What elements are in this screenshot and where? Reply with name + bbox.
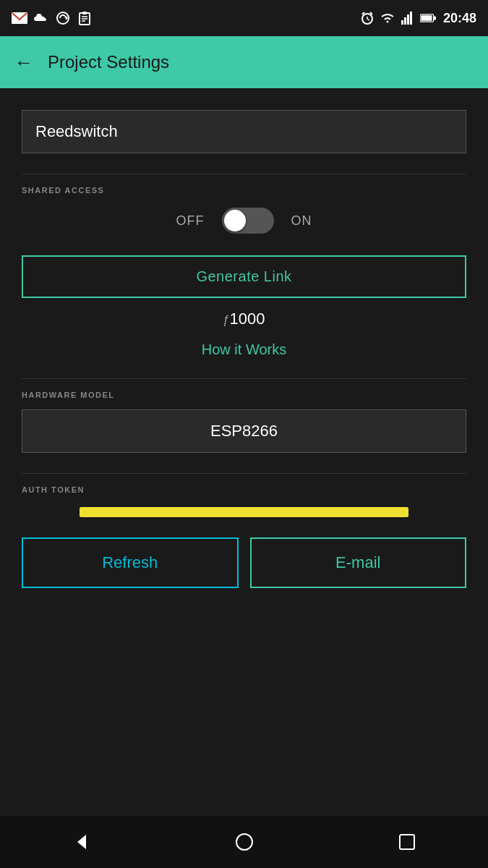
svg-rect-15 bbox=[407, 14, 409, 25]
svg-rect-16 bbox=[410, 12, 412, 25]
bottom-nav bbox=[0, 816, 488, 868]
status-icons-left bbox=[12, 10, 93, 26]
battery-icon bbox=[420, 10, 436, 26]
toggle-off-label: OFF bbox=[176, 213, 205, 229]
status-time: 20:48 bbox=[443, 11, 476, 26]
svg-rect-19 bbox=[421, 15, 432, 21]
page-title: Project Settings bbox=[48, 52, 169, 72]
hardware-model-input[interactable] bbox=[22, 409, 466, 453]
project-name-input[interactable] bbox=[22, 110, 466, 153]
nav-back-button[interactable] bbox=[69, 829, 95, 855]
auth-token-value bbox=[80, 507, 408, 517]
svg-rect-18 bbox=[434, 16, 436, 20]
svg-rect-14 bbox=[404, 17, 406, 25]
auth-token-label: AUTH TOKEN bbox=[22, 473, 466, 494]
alarm-icon bbox=[359, 10, 375, 26]
how-it-works-link[interactable]: How it Works bbox=[22, 341, 466, 358]
clipboard-icon bbox=[77, 10, 93, 26]
svg-point-21 bbox=[236, 834, 252, 850]
token-value: 1000 bbox=[229, 310, 265, 328]
svg-marker-20 bbox=[77, 835, 86, 849]
status-icons-right: 20:48 bbox=[359, 10, 476, 26]
toggle-knob bbox=[224, 210, 246, 231]
toggle-on-label: ON bbox=[291, 213, 312, 229]
toggle-row: OFF ON bbox=[22, 208, 466, 234]
status-bar: 20:48 bbox=[0, 0, 488, 36]
hardware-model-label: HARDWARE MODEL bbox=[22, 378, 466, 399]
token-count: ƒ1000 bbox=[22, 310, 466, 328]
generate-link-button[interactable]: Generate Link bbox=[22, 255, 466, 298]
shared-access-label: SHARED ACCESS bbox=[22, 174, 466, 195]
svg-rect-4 bbox=[82, 12, 87, 14]
refresh-button[interactable]: Refresh bbox=[22, 537, 239, 588]
svg-rect-13 bbox=[401, 20, 403, 25]
sync-icon bbox=[55, 10, 71, 26]
gmail-icon bbox=[12, 10, 27, 26]
shared-access-toggle[interactable] bbox=[222, 208, 274, 234]
action-buttons-row: Refresh E-mail bbox=[22, 537, 466, 588]
back-button[interactable]: ← bbox=[14, 51, 33, 74]
wifi-icon bbox=[380, 10, 395, 26]
app-bar: ← Project Settings bbox=[0, 36, 488, 88]
signal-icon bbox=[400, 10, 416, 26]
main-content: SHARED ACCESS OFF ON Generate Link ƒ1000… bbox=[0, 88, 488, 603]
cloud-icon bbox=[33, 10, 49, 26]
svg-marker-2 bbox=[66, 16, 68, 20]
email-button[interactable]: E-mail bbox=[250, 537, 467, 588]
svg-line-10 bbox=[367, 19, 369, 20]
nav-home-button[interactable] bbox=[231, 829, 257, 855]
svg-rect-22 bbox=[400, 835, 414, 849]
nav-recent-button[interactable] bbox=[394, 829, 420, 855]
